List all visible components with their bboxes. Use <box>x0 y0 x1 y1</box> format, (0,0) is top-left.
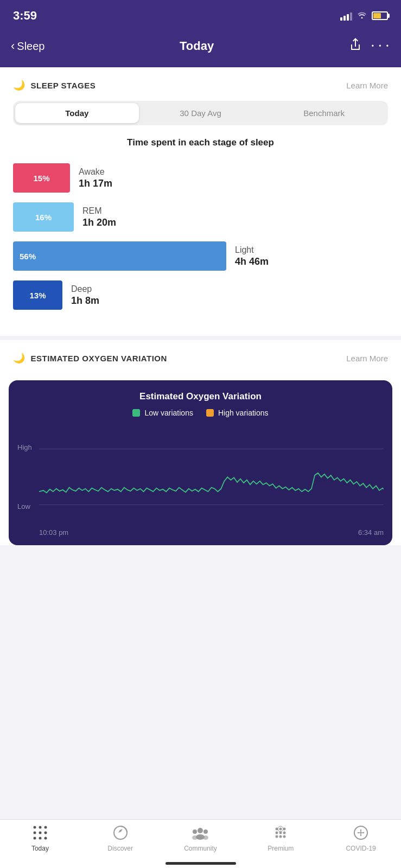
tab-bar-covid-label: COVID-19 <box>346 845 375 852</box>
tab-today[interactable]: Today <box>15 103 139 123</box>
svg-point-7 <box>39 837 41 840</box>
section-divider <box>0 336 401 340</box>
home-indicator <box>166 862 236 865</box>
bottom-spacer <box>0 558 401 612</box>
tab-bar: Today Discover Community <box>0 819 401 868</box>
tab-bar-community-label: Community <box>184 845 217 852</box>
oxygen-graph: High Low 10:03 pm 6:34 am <box>17 428 384 537</box>
battery-icon <box>372 11 388 20</box>
tab-bar-premium-label: Premium <box>268 845 294 852</box>
chevron-left-icon: ‹ <box>11 39 15 53</box>
sleep-stages-section: 🌙 SLEEP STAGES Learn More Today 30 Day A… <box>0 67 401 336</box>
stage-label-deep: Deep 1h 8m <box>62 284 99 307</box>
moon-icon: 🌙 <box>13 79 26 91</box>
svg-point-21 <box>283 832 286 834</box>
stage-bar-deep: 13% <box>13 280 62 310</box>
graph-label-high: High <box>17 443 32 451</box>
svg-point-24 <box>283 835 286 838</box>
svg-point-23 <box>279 835 282 838</box>
page-title: Today <box>180 39 214 53</box>
signal-icon <box>340 11 352 21</box>
stage-bar-rem: 16% <box>13 202 74 232</box>
legend-dot-orange <box>206 409 214 417</box>
legend-high: High variations <box>206 409 269 417</box>
share-button[interactable] <box>349 37 362 55</box>
sleep-stages-header: 🌙 SLEEP STAGES Learn More <box>0 67 401 99</box>
sleep-stage-bars: 15% Awake 1h 17m 16% REM 1h 20m 56% Ligh… <box>0 163 401 336</box>
svg-point-1 <box>39 826 41 829</box>
svg-point-10 <box>198 828 203 833</box>
sleep-stages-learn-more[interactable]: Learn More <box>346 81 388 90</box>
stage-row-deep: 13% Deep 1h 8m <box>13 280 388 310</box>
status-time: 3:59 <box>13 9 37 23</box>
graph-label-low: Low <box>17 502 30 510</box>
svg-point-0 <box>33 826 36 829</box>
community-icon <box>192 825 209 843</box>
status-icons <box>340 11 388 21</box>
time-labels: 10:03 pm 6:34 am <box>39 528 384 537</box>
oxygen-legend: Low variations High variations <box>17 409 384 417</box>
tab-bar-discover[interactable]: Discover <box>101 825 139 855</box>
today-icon <box>33 825 48 843</box>
tab-bar-today-label: Today <box>31 845 49 852</box>
oxygen-learn-more[interactable]: Learn More <box>346 354 388 363</box>
legend-low: Low variations <box>132 409 193 417</box>
legend-dot-green <box>132 409 140 417</box>
svg-point-2 <box>44 826 47 829</box>
svg-point-5 <box>44 832 47 834</box>
stage-bar-awake: 15% <box>13 163 70 193</box>
oxygen-section-title: 🌙 ESTIMATED OXYGEN VARIATION <box>13 352 167 364</box>
time-start: 10:03 pm <box>39 528 68 537</box>
svg-point-17 <box>279 828 282 831</box>
sleep-tab-switcher: Today 30 Day Avg Benchmark <box>13 101 388 125</box>
tab-bar-covid[interactable]: COVID-19 <box>342 825 380 855</box>
tab-bar-discover-label: Discover <box>107 845 133 852</box>
tab-benchmark[interactable]: Benchmark <box>262 103 386 123</box>
tab-bar-premium[interactable]: Premium <box>262 825 300 855</box>
stage-row-rem: 16% REM 1h 20m <box>13 202 388 232</box>
stage-label-rem: REM 1h 20m <box>74 206 116 228</box>
sleep-chart-title: Time spent in each stage of sleep <box>0 135 401 163</box>
time-end: 6:34 am <box>358 528 384 537</box>
back-button[interactable]: ‹ Sleep <box>11 39 44 53</box>
svg-point-19 <box>276 832 278 834</box>
svg-point-11 <box>193 829 197 834</box>
svg-point-6 <box>33 837 36 840</box>
stage-label-light: Light 4h 46m <box>226 245 269 267</box>
oxygen-chart-title: Estimated Oxygen Variation <box>17 391 384 402</box>
oxygen-waveform <box>39 433 384 515</box>
oxygen-section-header: 🌙 ESTIMATED OXYGEN VARIATION Learn More <box>0 340 401 372</box>
svg-point-4 <box>39 832 41 834</box>
stage-row-light: 56% Light 4h 46m <box>13 241 388 271</box>
svg-point-15 <box>203 835 208 840</box>
covid-icon <box>353 825 368 843</box>
status-bar: 3:59 <box>0 0 401 29</box>
svg-point-14 <box>192 835 198 840</box>
premium-icon <box>273 825 288 843</box>
back-label: Sleep <box>17 40 44 53</box>
svg-point-8 <box>44 837 47 840</box>
tab-bar-today[interactable]: Today <box>21 825 59 855</box>
tab-bar-community[interactable]: Community <box>181 825 219 855</box>
svg-point-12 <box>203 829 208 834</box>
discover-icon <box>113 825 128 843</box>
oxygen-section: 🌙 ESTIMATED OXYGEN VARIATION Learn More … <box>0 340 401 545</box>
stage-row-awake: 15% Awake 1h 17m <box>13 163 388 193</box>
oxygen-chart-container: Estimated Oxygen Variation Low variation… <box>9 380 392 545</box>
nav-header: ‹ Sleep Today • • • <box>0 29 401 67</box>
svg-point-22 <box>276 835 278 838</box>
stage-bar-light: 56% <box>13 241 226 271</box>
tab-30day[interactable]: 30 Day Avg <box>139 103 263 123</box>
svg-point-3 <box>33 832 36 834</box>
wifi-icon <box>357 11 367 21</box>
stage-label-awake: Awake 1h 17m <box>70 167 112 189</box>
more-button[interactable]: • • • <box>372 42 390 50</box>
sleep-stages-title: 🌙 SLEEP STAGES <box>13 79 96 91</box>
nav-actions: • • • <box>349 37 390 55</box>
moon-icon-2: 🌙 <box>13 352 26 364</box>
